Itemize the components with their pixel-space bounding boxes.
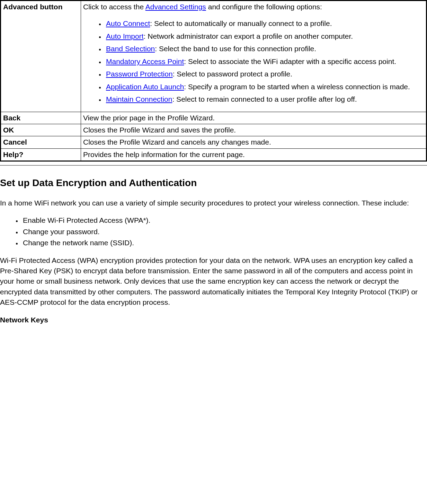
table-row: Cancel Closes the Profile Wizard and can…: [1, 136, 427, 148]
item-desc: : Select to automatically or manually co…: [150, 19, 332, 27]
row-label: OK: [1, 124, 81, 136]
intro-paragraph: In a home WiFi network you can use a var…: [0, 198, 427, 208]
item-desc: : Select to password protect a profile.: [173, 70, 293, 78]
maintain-connection-link[interactable]: Maintain Connection: [106, 95, 172, 103]
list-item: Auto Connect: Select to automatically or…: [105, 18, 424, 29]
list-item: Band Selection: Select the band to use f…: [105, 44, 424, 54]
band-selection-link[interactable]: Band Selection: [106, 45, 155, 53]
auto-connect-link[interactable]: Auto Connect: [106, 19, 150, 27]
item-desc: : Select to remain connected to a user p…: [172, 95, 357, 103]
list-item: Auto Import: Network administrator can e…: [105, 31, 424, 42]
row-desc: Closes the Profile Wizard and saves the …: [81, 124, 427, 136]
table-row: OK Closes the Profile Wizard and saves t…: [1, 124, 427, 136]
row-desc: Closes the Profile Wizard and cancels an…: [81, 136, 427, 148]
description-table: Advanced button Click to access the Adva…: [0, 0, 427, 162]
wpa-paragraph: Wi-Fi Protected Access (WPA) encryption …: [0, 255, 427, 308]
row-label: Advanced button: [1, 1, 81, 112]
list-item: Application Auto Launch: Specify a progr…: [105, 82, 424, 92]
advanced-settings-link[interactable]: Advanced Settings: [145, 3, 206, 11]
row-desc: Click to access the Advanced Settings an…: [81, 1, 427, 112]
item-desc: : Select to associate the WiFi adapter w…: [184, 57, 396, 65]
intro-suffix: and configure the following options:: [206, 3, 322, 11]
application-auto-launch-link[interactable]: Application Auto Launch: [106, 83, 184, 91]
list-item: Enable Wi-Fi Protected Access (WPA*).: [21, 215, 427, 226]
security-procedures-list: Enable Wi-Fi Protected Access (WPA*). Ch…: [0, 215, 427, 248]
row-label: Cancel: [1, 136, 81, 148]
table-row: Help? Provides the help information for …: [1, 148, 427, 161]
item-desc: : Select the band to use for this connec…: [155, 45, 316, 53]
password-protection-link[interactable]: Password Protection: [106, 70, 173, 78]
item-desc: : Specify a program to be started when a…: [184, 83, 410, 91]
mandatory-access-point-link[interactable]: Mandatory Access Point: [106, 57, 184, 65]
divider: [0, 165, 427, 166]
table-row: Advanced button Click to access the Adva…: [1, 1, 427, 112]
list-item: Mandatory Access Point: Select to associ…: [105, 56, 424, 67]
intro-prefix: Click to access the: [83, 3, 145, 11]
item-desc: : Network administrator can export a pro…: [144, 32, 353, 40]
network-keys-subheading: Network Keys: [0, 315, 427, 325]
row-label: Help?: [1, 148, 81, 161]
table-row: Back View the prior page in the Profile …: [1, 112, 427, 124]
list-item: Maintain Connection: Select to remain co…: [105, 94, 424, 104]
list-item: Password Protection: Select to password …: [105, 69, 424, 79]
list-item: Change the network name (SSID).: [21, 238, 427, 248]
advanced-options-list: Auto Connect: Select to automatically or…: [83, 18, 424, 104]
row-desc: View the prior page in the Profile Wizar…: [81, 112, 427, 124]
row-label: Back: [1, 112, 81, 124]
section-heading: Set up Data Encryption and Authenticatio…: [0, 176, 427, 190]
auto-import-link[interactable]: Auto Import: [106, 32, 144, 40]
list-item: Change your password.: [21, 227, 427, 237]
row-desc: Provides the help information for the cu…: [81, 148, 427, 161]
